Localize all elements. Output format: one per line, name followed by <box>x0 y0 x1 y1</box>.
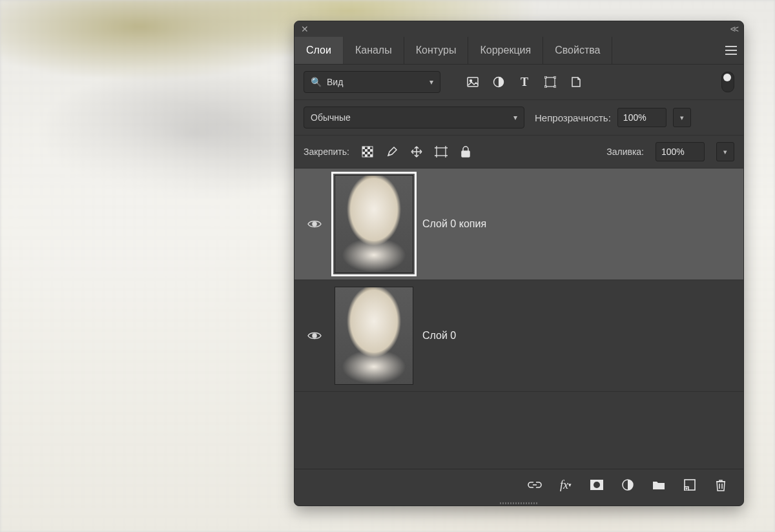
fill-value-input[interactable]: 100% <box>656 142 705 161</box>
lock-pixels-icon[interactable] <box>386 145 398 158</box>
svg-rect-19 <box>370 154 373 157</box>
layer-name[interactable]: Слой 0 копия <box>422 218 486 230</box>
tab-channels[interactable]: Каналы <box>344 37 404 64</box>
layers-panel: ✕ << Слои Каналы Контуры Коррекция Свойс… <box>294 21 744 506</box>
layer-row[interactable]: Слой 0 <box>294 280 743 392</box>
shape-icon[interactable] <box>544 76 557 88</box>
visibility-eye-icon[interactable] <box>304 219 326 229</box>
tab-label: Контуры <box>416 45 457 56</box>
visibility-eye-icon[interactable] <box>304 331 326 341</box>
filter-kind-label: Вид <box>327 77 343 87</box>
svg-rect-12 <box>362 147 365 149</box>
svg-point-30 <box>313 222 316 226</box>
chevron-down-icon: ▾ <box>429 77 433 87</box>
svg-rect-16 <box>362 152 365 154</box>
fill-label: Заливка: <box>606 147 644 157</box>
layer-name[interactable]: Слой 0 <box>422 330 456 342</box>
tab-label: Коррекция <box>480 45 531 56</box>
layer-filter-row: 🔍 Вид ▾ T <box>294 65 743 100</box>
svg-rect-3 <box>468 77 478 87</box>
blend-mode-select[interactable]: Обычные ▾ <box>304 107 524 128</box>
svg-rect-15 <box>370 149 373 152</box>
filter-type-icons: T <box>466 76 583 88</box>
svg-rect-13 <box>367 147 370 149</box>
image-icon[interactable] <box>466 76 479 88</box>
tab-layers[interactable]: Слои <box>294 37 344 64</box>
layer-row[interactable]: Слой 0 копия <box>294 169 743 280</box>
smartobject-icon[interactable] <box>570 76 583 88</box>
panel-menu-icon[interactable] <box>719 37 743 64</box>
newlayer-icon[interactable] <box>683 478 697 492</box>
opacity-value: 100% <box>623 112 646 123</box>
adjustmentlayer-icon[interactable] <box>621 478 635 492</box>
panel-titlebar: ✕ << <box>294 21 743 37</box>
trash-icon[interactable] <box>714 478 728 492</box>
tab-properties[interactable]: Свойства <box>543 37 612 64</box>
svg-point-31 <box>313 334 316 338</box>
group-icon[interactable] <box>652 478 666 492</box>
tab-paths[interactable]: Контуры <box>404 37 469 64</box>
opacity-chevron[interactable]: ▾ <box>673 108 691 127</box>
blend-mode-value: Обычные <box>311 112 351 123</box>
panel-tabs: Слои Каналы Контуры Коррекция Свойства <box>294 37 743 65</box>
fill-chevron[interactable]: ▾ <box>716 142 734 161</box>
layers-footer: fx▾ <box>294 469 743 500</box>
filter-kind-select[interactable]: 🔍 Вид ▾ <box>304 71 440 93</box>
collapse-icon[interactable]: << <box>730 24 737 34</box>
layer-list: Слой 0 копия Слой 0 <box>294 169 743 469</box>
adjustment-icon[interactable] <box>492 76 505 88</box>
lock-fill-row: Закрепить: Заливка: 100% ▾ <box>294 136 743 169</box>
layer-thumbnail[interactable] <box>335 287 413 385</box>
lock-all-icon[interactable] <box>459 145 472 158</box>
lock-transparency-icon[interactable] <box>361 145 374 158</box>
lock-artboard-icon[interactable] <box>435 145 448 158</box>
fx-icon[interactable]: fx▾ <box>559 478 573 492</box>
mask-icon[interactable] <box>590 478 604 492</box>
lock-label: Закрепить: <box>304 147 349 157</box>
opacity-label: Непрозрачность: <box>535 112 611 123</box>
filter-toggle[interactable] <box>721 72 734 92</box>
link-icon[interactable] <box>528 478 542 492</box>
blend-opacity-row: Обычные ▾ Непрозрачность: 100% ▾ <box>294 100 743 136</box>
svg-rect-29 <box>462 151 470 157</box>
tab-adjustments[interactable]: Коррекция <box>468 37 543 64</box>
tab-label: Слои <box>306 45 331 56</box>
svg-rect-10 <box>554 86 556 88</box>
svg-rect-17 <box>367 152 370 154</box>
type-icon[interactable]: T <box>518 76 531 88</box>
lock-position-icon[interactable] <box>410 145 423 158</box>
opacity-value-input[interactable]: 100% <box>617 108 666 127</box>
svg-rect-9 <box>544 86 546 88</box>
svg-rect-14 <box>365 149 367 152</box>
resize-grip[interactable] <box>294 500 743 506</box>
tab-label: Свойства <box>555 45 600 56</box>
svg-rect-6 <box>546 77 555 87</box>
close-icon[interactable]: ✕ <box>301 24 309 34</box>
svg-point-33 <box>594 482 600 488</box>
svg-rect-8 <box>554 76 556 78</box>
search-icon: 🔍 <box>311 77 322 87</box>
fill-value: 100% <box>661 147 685 157</box>
tab-label: Каналы <box>355 45 392 56</box>
svg-rect-18 <box>365 154 367 157</box>
layer-thumbnail[interactable] <box>335 175 413 273</box>
svg-rect-20 <box>437 148 446 156</box>
svg-rect-7 <box>544 76 546 78</box>
chevron-down-icon: ▾ <box>513 113 517 122</box>
